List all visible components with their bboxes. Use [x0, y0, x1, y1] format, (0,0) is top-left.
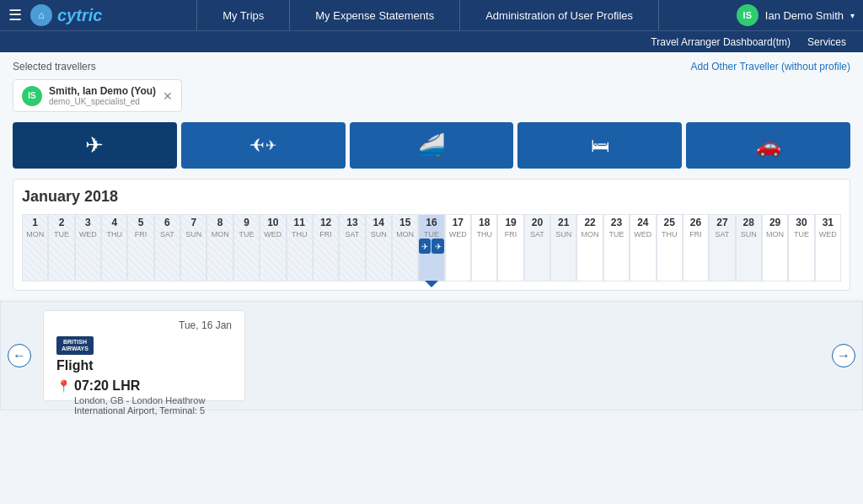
day-name: TUE: [608, 230, 624, 239]
calendar-day-3[interactable]: 3WED: [75, 214, 101, 281]
flight-icon: ✈: [85, 132, 104, 158]
sub-nav-services[interactable]: Services: [799, 31, 855, 53]
day-name: MON: [766, 230, 784, 239]
calendar-day-14[interactable]: 14SUN: [366, 214, 392, 281]
sub-navigation: Travel Arranger Dashboard(tm) Services: [0, 30, 863, 52]
calendar-arrow-down: [425, 281, 438, 287]
calendar-day-6[interactable]: 6SAT: [154, 214, 180, 281]
calendar-day-4[interactable]: 4THU: [101, 214, 127, 281]
day-name: WED: [819, 230, 837, 239]
calendar-day-16[interactable]: 16TUE✈✈: [418, 214, 444, 281]
calendar-day-2[interactable]: 2TUE: [48, 214, 74, 281]
main-content: Selected travellers Add Other Traveller …: [0, 52, 863, 299]
calendar-section: January 2018 1MON2TUE3WED4THU5FRI6SAT7SU…: [13, 179, 850, 291]
day-number: 17: [453, 215, 464, 230]
flight-button[interactable]: ✈: [13, 122, 177, 169]
day-number: 10: [267, 215, 278, 230]
nav-my-trips[interactable]: My Trips: [196, 0, 290, 30]
nav-admin-profiles[interactable]: Administration of User Profiles: [460, 0, 659, 30]
calendar-day-20[interactable]: 20SAT: [524, 214, 550, 281]
dropdown-icon[interactable]: ▾: [850, 11, 855, 20]
day-number: 3: [85, 215, 91, 230]
day-name: WED: [264, 230, 281, 239]
day-number: 4: [111, 215, 117, 230]
logo-text: cytric: [57, 6, 102, 25]
calendar-day-21[interactable]: 21SUN: [550, 214, 576, 281]
calendar-day-19[interactable]: 19FRI: [497, 214, 523, 281]
nav-expense-statements[interactable]: My Expense Statements: [290, 0, 460, 30]
calendar-day-15[interactable]: 15MON: [392, 214, 418, 281]
hotel-icon: 🛏: [591, 135, 609, 157]
calendar-day-30[interactable]: 30TUE: [788, 214, 814, 281]
airline-logo: BRITISHAIRWAYS: [56, 336, 232, 355]
day-number: 19: [505, 215, 516, 230]
nav-links: My Trips My Expense Statements Administr…: [119, 0, 736, 30]
return-flight-icon: ✈✈: [249, 135, 276, 157]
calendar-grid: 1MON2TUE3WED4THU5FRI6SAT7SUN8MON9TUE10WE…: [22, 214, 841, 281]
calendar-day-24[interactable]: 24WED: [630, 214, 656, 281]
traveller-chip: IS Smith, Ian Demo (You) demo_UK_special…: [13, 79, 182, 112]
day-number: 5: [138, 215, 144, 230]
calendar-day-18[interactable]: 18THU: [471, 214, 497, 281]
calendar-day-28[interactable]: 28SUN: [736, 214, 762, 281]
day-number: 31: [823, 215, 834, 230]
calendar-day-17[interactable]: 17WED: [445, 214, 471, 281]
service-buttons: ✈ ✈✈ 🚄 🛏 🚗: [13, 122, 850, 169]
day-number: 18: [479, 215, 490, 230]
calendar-day-1[interactable]: 1MON: [22, 214, 48, 281]
return-flight-button[interactable]: ✈✈: [181, 122, 346, 169]
day-name: THU: [662, 230, 678, 239]
day-name: THU: [476, 230, 492, 239]
train-button[interactable]: 🚄: [350, 122, 514, 169]
prev-arrow[interactable]: ←: [8, 344, 31, 367]
calendar-day-23[interactable]: 23TUE: [603, 214, 630, 281]
hotel-button[interactable]: 🛏: [517, 122, 682, 169]
calendar-day-12[interactable]: 12FRI: [313, 214, 339, 281]
left-chevron-icon: ←: [13, 348, 26, 363]
day-number: 9: [244, 215, 249, 230]
day-name: TUE: [424, 230, 439, 239]
calendar-day-29[interactable]: 29MON: [762, 214, 788, 281]
car-button[interactable]: 🚗: [686, 122, 850, 169]
traveller-avatar: IS: [22, 86, 42, 106]
trip-details: 07:20 LHR London, GB - London HeathrowIn…: [74, 378, 205, 416]
calendar-day-7[interactable]: 7SUN: [180, 214, 206, 281]
calendar-day-27[interactable]: 27SAT: [709, 214, 735, 281]
day-name: FRI: [689, 230, 702, 239]
day-name: MON: [396, 230, 414, 239]
calendar-day-11[interactable]: 11THU: [287, 214, 313, 281]
day-name: MON: [212, 230, 229, 239]
day-name: THU: [106, 230, 122, 239]
day-number: 26: [690, 215, 701, 230]
day-name: FRI: [135, 230, 147, 239]
calendar-day-5[interactable]: 5FRI: [127, 214, 153, 281]
right-chevron-icon: →: [837, 348, 850, 363]
top-navigation: ☰ ⌂ cytric My Trips My Expense Statement…: [0, 0, 863, 30]
day-number: 7: [190, 215, 196, 230]
trip-location: London, GB - London HeathrowInternationa…: [74, 395, 205, 416]
day-name: TUE: [794, 230, 809, 239]
day-number: 12: [320, 215, 331, 230]
trip-type: Flight: [56, 358, 232, 373]
menu-icon[interactable]: ☰: [8, 6, 22, 24]
calendar-day-8[interactable]: 8MON: [206, 214, 233, 281]
calendar-day-13[interactable]: 13SAT: [339, 214, 365, 281]
calendar-day-9[interactable]: 9TUE: [233, 214, 260, 281]
day-name: MON: [582, 230, 599, 239]
close-icon[interactable]: ✕: [163, 90, 173, 102]
add-traveller-link[interactable]: Add Other Traveller (without profile): [691, 61, 850, 72]
sub-nav-travel-arranger[interactable]: Travel Arranger Dashboard(tm): [642, 31, 799, 53]
day-number: 21: [558, 215, 569, 230]
airline-logo-image: BRITISHAIRWAYS: [56, 336, 94, 355]
next-arrow[interactable]: →: [832, 344, 855, 367]
logo[interactable]: ⌂ cytric: [30, 4, 102, 26]
calendar-day-22[interactable]: 22MON: [576, 214, 603, 281]
day-name: SUN: [741, 230, 757, 239]
calendar-day-25[interactable]: 25THU: [657, 214, 683, 281]
calendar-day-26[interactable]: 26FRI: [683, 214, 709, 281]
day-number: 30: [796, 215, 807, 230]
day-name: SUN: [185, 230, 201, 239]
calendar-day-31[interactable]: 31WED: [815, 214, 841, 281]
calendar-day-10[interactable]: 10WED: [260, 214, 286, 281]
trip-time-location: 📍 07:20 LHR London, GB - London Heathrow…: [56, 378, 232, 416]
